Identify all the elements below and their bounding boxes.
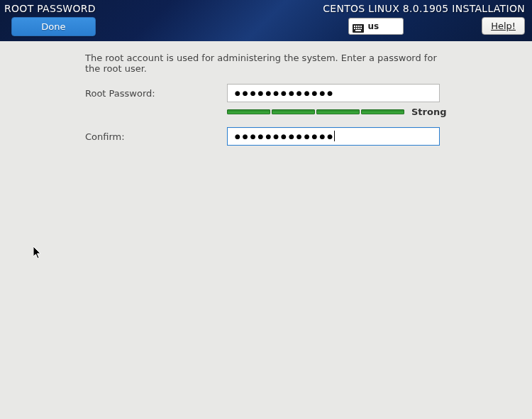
password-strength-label: Strong — [411, 107, 446, 117]
strength-segment — [316, 109, 360, 114]
top-header: ROOT PASSWORD Done CENTOS LINUX 8.0.1905… — [0, 0, 532, 41]
svg-rect-8 — [360, 28, 362, 29]
cursor-icon — [33, 246, 42, 259]
keyboard-layout-label: us — [367, 21, 379, 31]
strength-segment — [227, 109, 270, 114]
root-password-input[interactable] — [227, 84, 440, 102]
password-row: Root Password: — [85, 84, 447, 102]
header-right: CENTOS LINUX 8.0.1905 INSTALLATION us He… — [323, 3, 525, 35]
svg-rect-4 — [360, 26, 362, 27]
description-text: The root account is used for administeri… — [85, 53, 447, 74]
done-button[interactable]: Done — [11, 17, 96, 36]
svg-rect-6 — [356, 28, 358, 29]
help-button[interactable]: Help! — [482, 17, 525, 35]
strength-segment — [361, 109, 404, 114]
header-controls: us Help! — [323, 17, 525, 35]
svg-rect-1 — [354, 26, 355, 27]
svg-rect-5 — [354, 28, 355, 29]
password-dots — [235, 89, 335, 97]
text-caret — [334, 131, 335, 141]
installer-title: CENTOS LINUX 8.0.1905 INSTALLATION — [323, 3, 525, 14]
keyboard-layout-indicator[interactable]: us — [348, 18, 404, 35]
confirm-row: Confirm: — [85, 127, 447, 146]
svg-rect-9 — [355, 30, 361, 31]
svg-rect-3 — [358, 26, 360, 27]
svg-rect-2 — [356, 26, 358, 27]
strength-segment — [272, 109, 315, 114]
password-strength-bar — [227, 109, 404, 114]
page-title: ROOT PASSWORD — [4, 3, 96, 14]
password-label: Root Password: — [85, 88, 227, 99]
content-area: The root account is used for administeri… — [0, 41, 532, 146]
confirm-password-input[interactable] — [227, 127, 440, 146]
svg-rect-7 — [358, 28, 360, 29]
strength-row: Strong — [227, 107, 447, 117]
confirm-label: Confirm: — [85, 131, 227, 142]
header-left: ROOT PASSWORD Done — [4, 3, 96, 36]
keyboard-icon — [353, 22, 364, 31]
confirm-dots — [235, 133, 335, 140]
